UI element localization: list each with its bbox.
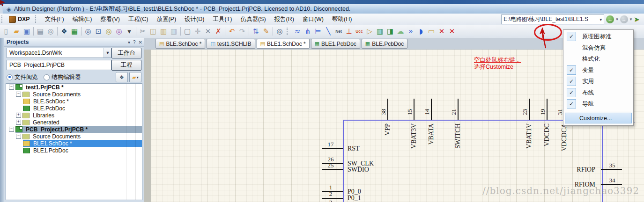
favorites-icon[interactable]: ➤: [634, 15, 639, 23]
address-combo[interactable]: E:\电路图\练习\BLE_test1\BLE1.S ▾: [501, 14, 604, 24]
place-net-label-icon[interactable]: Net: [333, 26, 344, 36]
menubar-grip[interactable]: [1, 15, 5, 23]
collapse-box-icon[interactable]: −: [16, 92, 21, 97]
menu-item-4[interactable]: 放置(P): [152, 14, 180, 25]
undo-icon[interactable]: ↶: [227, 26, 237, 36]
zoom-dropdown-caret[interactable]: ▾: [124, 26, 134, 36]
context-menu-item-5[interactable]: ✓布线: [563, 87, 633, 98]
menu-item-3[interactable]: 工程(C): [124, 14, 152, 25]
titlebar[interactable]: ◈ Altium Designer (Platform ) - E:\电路图\练…: [2, 4, 644, 14]
menu-item-6[interactable]: 工具(T): [208, 14, 236, 25]
zoom-components-icon[interactable]: ◎: [114, 26, 124, 36]
place-bus-entry-icon[interactable]: ╲: [323, 26, 333, 36]
menu-item-7[interactable]: 仿真器(S): [236, 14, 270, 25]
tree-row-6[interactable]: −PCB_Project1.PrjPCB *: [6, 126, 142, 133]
place-harness-connector-icon[interactable]: ◗: [416, 26, 426, 36]
collapse-box-icon[interactable]: −: [16, 134, 21, 139]
project-field[interactable]: PCB_Project1.PrjPCB: [7, 60, 111, 70]
context-menu-customize[interactable]: Customize...: [565, 113, 632, 123]
radio-file-view-dot[interactable]: [7, 74, 13, 80]
place-part-icon[interactable]: ▷: [364, 26, 375, 36]
menu-item-0[interactable]: 文件(F): [41, 14, 68, 25]
radio-structure-editor[interactable]: 结构编辑器: [44, 73, 81, 81]
document-tab-4[interactable]: ▦BLE.PcbDoc: [362, 39, 407, 49]
paste-icon[interactable]: ▥: [158, 26, 169, 36]
place-device-sheet-icon[interactable]: ☁: [395, 26, 406, 36]
toolbar-grip[interactable]: [287, 28, 290, 35]
cross-probe-icon[interactable]: ✕: [447, 26, 457, 36]
menubar-grip-2[interactable]: [35, 15, 39, 23]
zoom-area-icon[interactable]: ⊡: [93, 26, 104, 36]
redo-icon[interactable]: ↷: [237, 26, 247, 36]
project-button[interactable]: 工程: [111, 60, 141, 71]
place-wire-icon[interactable]: ≈: [292, 26, 303, 36]
move-selection-icon[interactable]: ✛: [192, 26, 203, 36]
highlight-pen-icon[interactable]: ✎: [261, 26, 271, 36]
tree-row-3[interactable]: BLE.PcbDoc: [6, 105, 142, 112]
place-signal-harness-icon[interactable]: ⊨: [313, 26, 323, 36]
place-sheet-icon[interactable]: ◨: [385, 26, 395, 36]
menu-item-2[interactable]: 察看(V): [96, 14, 124, 25]
navigator-mini-button[interactable]: ❖: [116, 72, 128, 82]
context-menu-item-4[interactable]: ✓实用: [563, 76, 633, 87]
tree-row-1[interactable]: −Source Documents: [6, 91, 142, 98]
document-tab-1[interactable]: ◫test1.SCHLIB: [207, 39, 255, 49]
back-dropdown-icon[interactable]: ▾: [616, 17, 618, 22]
browse-library-icon[interactable]: ❖: [59, 26, 69, 36]
expand-box-icon[interactable]: +: [16, 120, 21, 125]
menu-item-9[interactable]: 窗口(W): [298, 14, 328, 25]
new-document-icon[interactable]: ▯: [1, 26, 11, 36]
address-caret-icon[interactable]: ▾: [598, 17, 604, 22]
rubber-stamp-icon[interactable]: ▥: [169, 26, 179, 36]
collapse-box-icon[interactable]: −: [9, 127, 14, 132]
tree-row-2[interactable]: BLE.SchDoc *: [6, 98, 142, 105]
panel-close-icon[interactable]: ✕: [139, 40, 142, 45]
tree-row-7[interactable]: −Source Documents: [6, 133, 142, 140]
radio-file-view[interactable]: 文件阅览: [7, 73, 38, 81]
clear-filter-icon[interactable]: ✗: [213, 26, 223, 36]
context-menu-item-2[interactable]: 格式化: [563, 53, 633, 65]
save-icon[interactable]: ▣: [22, 26, 32, 36]
open-folder-mini-button[interactable]: ▰▾: [129, 72, 141, 82]
navigator-icon[interactable]: ▦: [69, 26, 80, 36]
expand-box-icon[interactable]: +: [16, 113, 21, 118]
place-sheet-entry-icon[interactable]: »: [406, 26, 416, 36]
tree-row-5[interactable]: +Generated: [6, 119, 142, 126]
place-vcc-icon[interactable]: Ucc: [354, 26, 364, 36]
context-menu-item-0[interactable]: ✓原理图标准: [563, 31, 633, 42]
move-updown-icon[interactable]: ⇅: [251, 26, 261, 36]
find-similar-icon[interactable]: ◎: [274, 26, 285, 36]
document-tab-2[interactable]: ▤BLE1.SchDoc *: [257, 39, 310, 49]
copy-icon[interactable]: ◫: [148, 26, 158, 36]
tree-row-0[interactable]: −test1.PrjPCB *: [6, 84, 142, 91]
open-document-icon[interactable]: ▰: [11, 26, 22, 36]
tree-row-8[interactable]: BLE1.SchDoc *: [6, 140, 142, 147]
document-tab-0[interactable]: ▤BLE.SchDoc *: [155, 39, 205, 49]
document-tab-3[interactable]: ▦BLE1.PcbDoc: [311, 39, 360, 49]
place-no-erc-icon[interactable]: ✕: [437, 26, 447, 36]
place-port-icon[interactable]: ▭: [426, 26, 437, 36]
zoom-selected-icon[interactable]: ◎: [104, 26, 114, 36]
print-preview-icon[interactable]: ◎: [45, 26, 56, 36]
forward-button[interactable]: →: [620, 15, 628, 23]
menu-item-8[interactable]: 报告(R): [270, 14, 298, 25]
panel-collapse-icon[interactable]: ▾: [128, 40, 130, 45]
collapse-box-icon[interactable]: −: [9, 85, 14, 90]
back-button[interactable]: ←: [606, 15, 614, 23]
radio-structure-editor-dot[interactable]: [44, 74, 50, 80]
menu-item-1[interactable]: 编辑(E): [68, 14, 96, 25]
deselect-all-icon[interactable]: ✕: [203, 26, 213, 36]
menu-item-5[interactable]: 设计(D): [180, 14, 208, 25]
tree-row-9[interactable]: BLE1.PcbDoc: [6, 147, 142, 154]
menu-item-10[interactable]: 帮助(H): [328, 14, 356, 25]
context-menu-item-3[interactable]: ✓变量: [563, 65, 633, 76]
select-area-icon[interactable]: ▢: [182, 26, 192, 36]
place-sheet-symbol-icon[interactable]: ▥: [375, 26, 385, 36]
context-menu-item-1[interactable]: 混合仿真: [563, 42, 633, 53]
print-icon[interactable]: ▤: [35, 26, 45, 36]
panel-pin-icon[interactable]: ?: [133, 40, 136, 45]
context-menu-item-6[interactable]: ✓导航: [563, 98, 633, 109]
workspace-combo-caret-icon[interactable]: ▼: [104, 48, 111, 58]
workspace-combo[interactable]: Workspace1.DsnWrk ▼: [7, 48, 111, 58]
workspace-button[interactable]: 工作台: [111, 48, 141, 58]
